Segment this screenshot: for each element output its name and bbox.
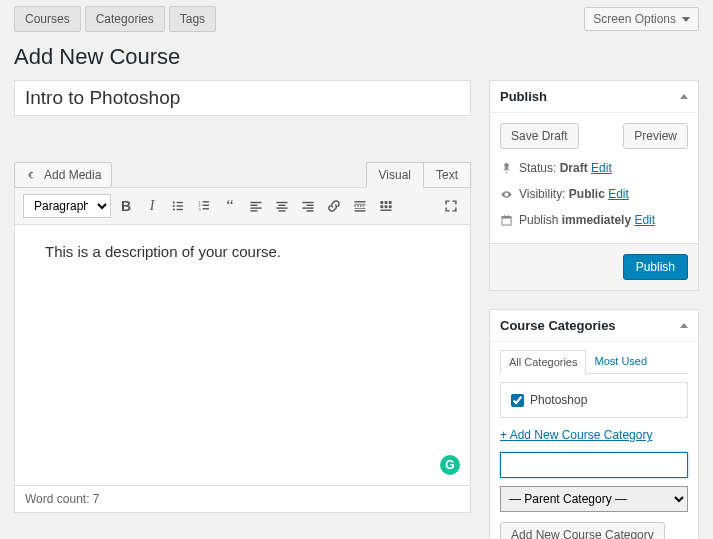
svg-rect-34 xyxy=(385,201,388,204)
tab-categories[interactable]: Categories xyxy=(85,6,165,32)
add-media-label: Add Media xyxy=(44,168,101,182)
screen-options-label: Screen Options xyxy=(593,12,676,26)
editor-toolbar: Paragraph B I 123 “ xyxy=(15,188,470,225)
publish-metabox: Publish Save Draft Preview Status: Draft… xyxy=(489,80,699,291)
svg-rect-29 xyxy=(360,205,361,206)
svg-rect-4 xyxy=(177,205,183,206)
media-icon xyxy=(25,168,39,182)
svg-rect-14 xyxy=(250,205,257,206)
svg-rect-25 xyxy=(354,201,365,202)
add-category-toggle[interactable]: + Add New Course Category xyxy=(500,428,688,442)
svg-rect-26 xyxy=(354,204,365,205)
add-category-button[interactable]: Add New Course Category xyxy=(500,522,665,539)
status-row: Status: Draft Edit xyxy=(500,155,688,181)
collapse-icon xyxy=(680,323,688,328)
category-tabs: All Categories Most Used xyxy=(500,350,688,374)
link-button[interactable] xyxy=(323,195,345,217)
svg-rect-42 xyxy=(504,215,505,217)
read-more-button[interactable] xyxy=(349,195,371,217)
editor-mode-tabs: Visual Text xyxy=(366,162,471,188)
tab-all-categories[interactable]: All Categories xyxy=(500,350,586,374)
svg-rect-30 xyxy=(363,205,364,206)
svg-rect-23 xyxy=(302,207,313,208)
new-category-input[interactable] xyxy=(500,452,688,478)
align-left-button[interactable] xyxy=(245,195,267,217)
edit-schedule-link[interactable]: Edit xyxy=(634,213,655,227)
grammarly-icon[interactable]: G xyxy=(440,455,460,475)
svg-point-5 xyxy=(173,208,175,210)
edit-status-link[interactable]: Edit xyxy=(591,161,612,175)
category-checkbox[interactable] xyxy=(511,394,524,407)
bold-button[interactable]: B xyxy=(115,195,137,217)
preview-button[interactable]: Preview xyxy=(623,123,688,149)
align-center-button[interactable] xyxy=(271,195,293,217)
edit-visibility-link[interactable]: Edit xyxy=(608,187,629,201)
svg-rect-13 xyxy=(250,202,261,203)
content-type-tabs: Courses Categories Tags xyxy=(14,6,216,32)
svg-rect-10 xyxy=(203,205,209,206)
collapse-icon xyxy=(680,94,688,99)
italic-button[interactable]: I xyxy=(141,195,163,217)
svg-rect-31 xyxy=(354,208,365,209)
tab-text[interactable]: Text xyxy=(424,162,471,188)
category-list: Photoshop xyxy=(500,382,688,418)
svg-rect-24 xyxy=(307,210,314,211)
svg-rect-41 xyxy=(502,216,511,218)
page-title: Add New Course xyxy=(0,32,713,80)
publish-button[interactable]: Publish xyxy=(623,254,688,280)
svg-point-1 xyxy=(173,201,175,203)
categories-header[interactable]: Course Categories xyxy=(490,310,698,342)
svg-rect-21 xyxy=(302,202,313,203)
save-draft-button[interactable]: Save Draft xyxy=(500,123,579,149)
tab-visual[interactable]: Visual xyxy=(366,162,424,188)
fullscreen-button[interactable] xyxy=(440,195,462,217)
format-select[interactable]: Paragraph xyxy=(23,194,111,218)
svg-rect-16 xyxy=(250,210,257,211)
bullet-list-button[interactable] xyxy=(167,195,189,217)
blockquote-button[interactable]: “ xyxy=(219,195,241,217)
eye-icon xyxy=(500,188,513,201)
svg-rect-12 xyxy=(203,208,209,209)
svg-rect-22 xyxy=(307,205,314,206)
svg-rect-17 xyxy=(276,202,287,203)
pin-icon xyxy=(500,162,513,175)
svg-text:3: 3 xyxy=(198,207,200,212)
category-item[interactable]: Photoshop xyxy=(511,393,677,407)
numbered-list-button[interactable]: 123 xyxy=(193,195,215,217)
parent-category-select[interactable]: — Parent Category — xyxy=(500,486,688,512)
svg-rect-32 xyxy=(354,210,365,211)
schedule-row: Publish immediately Edit xyxy=(500,207,688,233)
align-right-button[interactable] xyxy=(297,195,319,217)
svg-rect-33 xyxy=(380,201,383,204)
svg-rect-36 xyxy=(380,205,383,208)
svg-rect-15 xyxy=(250,207,261,208)
course-title-input[interactable] xyxy=(14,80,471,116)
calendar-icon xyxy=(500,214,513,227)
svg-rect-35 xyxy=(389,201,392,204)
visibility-row: Visibility: Public Edit xyxy=(500,181,688,207)
svg-rect-8 xyxy=(203,201,209,202)
svg-rect-28 xyxy=(357,205,358,206)
add-media-button[interactable]: Add Media xyxy=(14,162,112,188)
editor-box: Paragraph B I 123 “ This is a descriptio… xyxy=(14,187,471,513)
editor-content[interactable]: This is a description of your course. G xyxy=(15,225,470,485)
svg-rect-38 xyxy=(389,205,392,208)
categories-metabox: Course Categories All Categories Most Us… xyxy=(489,309,699,539)
svg-rect-27 xyxy=(354,205,355,206)
svg-rect-18 xyxy=(279,205,286,206)
chevron-down-icon xyxy=(682,17,690,22)
svg-rect-37 xyxy=(385,205,388,208)
tab-courses[interactable]: Courses xyxy=(14,6,81,32)
svg-rect-2 xyxy=(177,202,183,203)
svg-rect-20 xyxy=(279,210,286,211)
svg-rect-6 xyxy=(177,209,183,210)
screen-options-toggle[interactable]: Screen Options xyxy=(584,7,699,31)
svg-rect-43 xyxy=(508,215,509,217)
toolbar-toggle-button[interactable] xyxy=(375,195,397,217)
svg-rect-39 xyxy=(380,210,391,211)
editor-status-bar: Word count: 7 xyxy=(15,485,470,512)
svg-point-3 xyxy=(173,205,175,207)
publish-header[interactable]: Publish xyxy=(490,81,698,113)
tab-most-used[interactable]: Most Used xyxy=(586,350,655,373)
tab-tags[interactable]: Tags xyxy=(169,6,216,32)
